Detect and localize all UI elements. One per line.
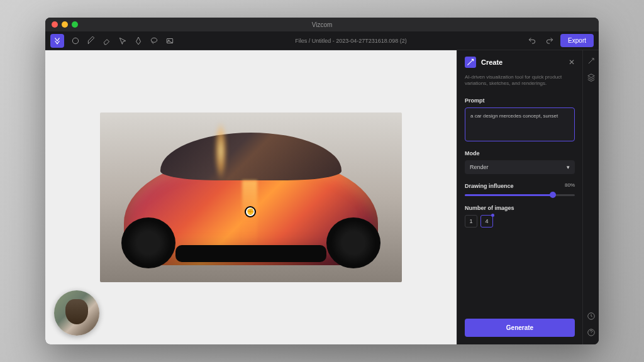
undo-button[interactable] (525, 34, 539, 48)
eraser-tool[interactable] (100, 34, 114, 48)
num-option-1[interactable]: 1 (465, 215, 477, 228)
layers-icon[interactable] (586, 72, 597, 83)
mode-value: Render (470, 164, 489, 170)
magic-tool-icon[interactable] (586, 55, 597, 67)
presenter-avatar (54, 290, 99, 336)
influence-label: Drawing influence (465, 179, 514, 192)
lasso-tool[interactable] (147, 34, 161, 48)
pen-tool[interactable] (131, 34, 145, 48)
panel-title: Create (481, 58, 564, 66)
titlebar: Vizcom (45, 18, 599, 31)
app-title: Vizcom (312, 21, 333, 28)
app-logo[interactable] (50, 34, 64, 48)
redo-button[interactable] (543, 34, 557, 48)
toolbar: Files / Untitled - 2023-04-27T231618.098… (45, 31, 599, 50)
window-controls (45, 21, 78, 28)
num-images-label: Number of images (457, 201, 582, 214)
close-panel-button[interactable]: ✕ (569, 58, 575, 67)
mode-select[interactable]: Render ▾ (465, 160, 575, 174)
prompt-textarea[interactable] (470, 113, 569, 124)
influence-value: 80% (565, 182, 575, 188)
close-window-icon[interactable] (52, 21, 58, 28)
right-toolrail (582, 50, 599, 344)
create-panel: Create ✕ AI-driven visualization tool fo… (457, 50, 582, 344)
panel-description: AI-driven visualization tool for quick p… (457, 74, 582, 94)
circle-tool[interactable] (69, 34, 82, 48)
prompt-input[interactable] (465, 107, 575, 141)
slider-thumb[interactable] (550, 192, 556, 198)
help-icon[interactable] (586, 327, 597, 338)
num-option-4[interactable]: 4 (480, 215, 493, 228)
history-icon[interactable] (586, 310, 597, 322)
prompt-label: Prompt (457, 94, 582, 106)
brush-tool[interactable] (84, 34, 98, 48)
generated-image[interactable]: ✊ (100, 112, 402, 282)
selected-dot-icon (491, 214, 494, 217)
influence-slider[interactable] (465, 194, 575, 196)
svg-point-0 (72, 38, 78, 43)
app-window: Vizcom Files / Untitled - 2023-04-27T231… (45, 18, 599, 344)
maximize-window-icon[interactable] (72, 21, 78, 28)
wand-icon (465, 57, 476, 68)
mode-label: Mode (457, 146, 582, 159)
image-tool[interactable] (163, 34, 177, 48)
chevron-down-icon: ▾ (567, 164, 570, 170)
grab-cursor-icon: ✊ (245, 206, 256, 217)
canvas[interactable]: ✊ (45, 50, 457, 344)
minimize-window-icon[interactable] (62, 21, 68, 28)
generate-button[interactable]: Generate (465, 319, 575, 337)
breadcrumb[interactable]: Files / Untitled - 2023-04-27T231618.098… (177, 38, 525, 44)
export-button[interactable]: Export (560, 34, 594, 47)
select-tool[interactable] (116, 34, 130, 48)
